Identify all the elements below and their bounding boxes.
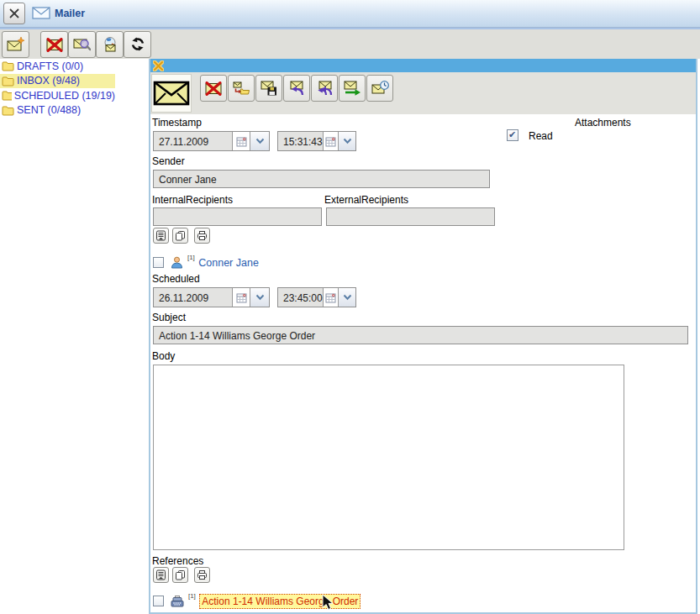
body-field[interactable]	[153, 365, 624, 550]
save-message-button[interactable]	[255, 75, 282, 102]
window-titlebar: Mailer	[0, 0, 700, 28]
envelope-magnifier-icon	[73, 38, 91, 52]
move-to-folder-button[interactable]	[228, 75, 255, 102]
folder-list: DRAFTS (0/0) INBOX (9/48) SCHEDULED (19/…	[0, 59, 115, 118]
send-receive-button[interactable]	[96, 31, 124, 58]
folder-icon	[2, 90, 12, 101]
window-title: Mailer	[55, 8, 85, 19]
folder-icon	[2, 76, 14, 87]
envelope-forward-arrow-icon	[344, 81, 361, 96]
forward-button[interactable]	[339, 75, 366, 102]
envelope-folder-icon	[233, 81, 250, 96]
envelope-star-icon	[7, 37, 25, 52]
attachments-label: Attachments	[575, 117, 631, 129]
recipient-select-button[interactable]	[153, 228, 169, 244]
recipient-copy-button[interactable]	[172, 228, 188, 244]
recipient-ref-index: [1]	[187, 254, 195, 261]
timestamp-date-value[interactable]: 27.11.2009	[154, 132, 232, 150]
circular-arrows-icon	[129, 37, 146, 52]
recipient-checkbox[interactable]	[153, 257, 164, 268]
reference-select-button[interactable]	[153, 567, 169, 583]
timestamp-date-field: 27.11.2009	[153, 131, 270, 151]
chevron-down-icon	[343, 138, 352, 144]
body-label: Body	[152, 350, 175, 362]
delete-mail-button[interactable]	[40, 31, 68, 58]
scheduled-date-field: 26.11.2009	[153, 287, 270, 307]
calendar-icon	[236, 292, 247, 303]
timestamp-date-calendar-button[interactable]	[232, 132, 250, 150]
reference-link[interactable]: Action 1-14 Williams George Order	[199, 594, 361, 609]
delete-message-button[interactable]	[200, 75, 227, 102]
scheduled-label: Scheduled	[152, 273, 200, 285]
person-icon	[171, 256, 183, 269]
copy-icon	[175, 569, 186, 580]
timestamp-date-dropdown-button[interactable]	[250, 132, 269, 150]
reference-checkbox[interactable]	[153, 596, 164, 606]
reference-row: [1] Action 1-14 Williams George Order	[153, 593, 361, 608]
timestamp-time-field: 15:31:43	[277, 131, 356, 151]
folder-icon	[2, 60, 14, 71]
panel-close-icon[interactable]	[153, 60, 164, 71]
print-icon	[197, 230, 208, 241]
copy-icon	[175, 230, 186, 241]
sender-field[interactable]: Conner Jane	[153, 170, 490, 188]
scheduled-date-calendar-button[interactable]	[232, 288, 250, 307]
folder-item-scheduled[interactable]: SCHEDULED (19/19)	[0, 88, 115, 103]
internal-recipients-field[interactable]	[153, 207, 322, 226]
folder-label: SCHEDULED (19/19)	[14, 90, 115, 102]
folder-icon	[2, 105, 14, 116]
chevron-down-icon	[255, 294, 265, 301]
timestamp-time-dropdown-button[interactable]	[338, 132, 355, 150]
timestamp-time-calendar-button[interactable]	[323, 132, 339, 150]
folder-item-sent[interactable]: SENT (0/488)	[0, 103, 115, 118]
subject-field[interactable]: Action 1-14 Williams George Order	[153, 326, 688, 344]
internal-recipients-label: InternalRecipients	[152, 194, 233, 206]
calendar-icon	[236, 136, 247, 147]
envelope-floppy-icon	[261, 81, 277, 96]
globe-envelope-icon	[102, 37, 118, 52]
timestamp-label: Timestamp	[152, 117, 202, 129]
envelope-reply-arrow-icon	[288, 81, 305, 96]
list-up-icon	[155, 230, 166, 241]
read-label: Read	[529, 130, 553, 142]
scheduled-time-calendar-button[interactable]	[323, 288, 339, 307]
new-mail-button[interactable]	[2, 31, 29, 58]
big-envelope-icon	[153, 80, 190, 107]
scheduled-time-dropdown-button[interactable]	[338, 288, 355, 307]
scheduled-time-field: 23:45:00	[277, 287, 356, 307]
scheduled-time-value[interactable]: 23:45:00	[278, 288, 323, 307]
sender-label: Sender	[152, 155, 185, 167]
schedule-message-button[interactable]	[366, 75, 393, 102]
search-mail-button[interactable]	[68, 31, 96, 58]
folder-label: DRAFTS (0/0)	[17, 60, 83, 72]
external-recipients-label: ExternalRecipients	[324, 194, 408, 206]
scheduled-date-dropdown-button[interactable]	[250, 288, 269, 307]
reply-button[interactable]	[283, 75, 310, 102]
recipient-print-button[interactable]	[194, 228, 210, 244]
reference-ref-index: [1]	[188, 592, 196, 600]
recipient-link[interactable]: Conner Jane	[198, 257, 259, 269]
message-panel-header	[150, 59, 696, 72]
references-label: References	[152, 555, 203, 567]
reply-all-button[interactable]	[311, 75, 338, 102]
calendar-icon	[325, 136, 336, 147]
print-icon	[197, 569, 208, 580]
envelope-reply-all-arrow-icon	[316, 81, 333, 96]
mailer-window: Mailer	[0, 0, 700, 614]
read-checkbox[interactable]	[507, 129, 518, 141]
main-toolbar	[0, 28, 700, 59]
chevron-down-icon	[255, 138, 265, 144]
close-icon	[8, 7, 21, 20]
refresh-button[interactable]	[124, 31, 151, 58]
folder-item-drafts[interactable]: DRAFTS (0/0)	[0, 59, 115, 74]
scheduled-date-value[interactable]: 26.11.2009	[154, 288, 232, 307]
external-recipients-field[interactable]	[326, 207, 495, 226]
timestamp-time-value[interactable]: 15:31:43	[278, 132, 323, 150]
chevron-down-icon	[343, 294, 352, 301]
folder-item-inbox[interactable]: INBOX (9/48)	[0, 74, 115, 89]
window-close-button[interactable]	[3, 3, 25, 24]
message-envelope-button[interactable]	[151, 74, 192, 113]
reference-copy-button[interactable]	[172, 567, 188, 583]
message-toolbar	[150, 72, 696, 114]
reference-print-button[interactable]	[194, 567, 210, 583]
